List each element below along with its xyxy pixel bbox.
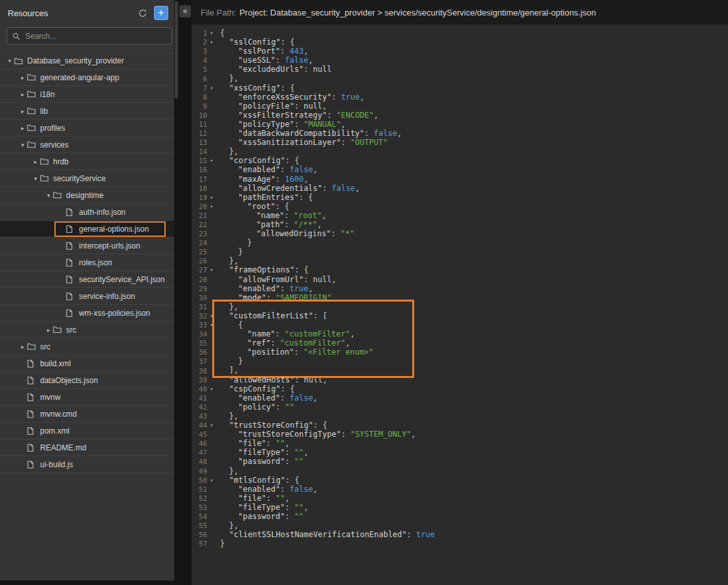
code-line-2[interactable]: "sslConfig": { bbox=[216, 38, 728, 47]
tree-item-roles-json[interactable]: roles.json bbox=[0, 254, 174, 271]
code-line-38[interactable]: ], bbox=[216, 366, 728, 375]
code-line-28[interactable]: "allowFromUrl": null, bbox=[216, 275, 728, 284]
code-line-39[interactable]: "allowedHosts": null, bbox=[216, 375, 728, 384]
tree-item-securityservice-api-json[interactable]: securityService_API.json bbox=[0, 271, 174, 288]
tree-item-database-security-provider[interactable]: ▾Database_security_provider bbox=[0, 52, 174, 69]
code-line-15[interactable]: "corsConfig": { bbox=[216, 156, 728, 165]
code-line-52[interactable]: "file": "", bbox=[216, 494, 728, 503]
chevron-down-icon[interactable]: ▾ bbox=[18, 142, 27, 148]
code-line-4[interactable]: "useSSL": false, bbox=[216, 56, 728, 65]
tree-item-pom-xml[interactable]: pom.xml bbox=[0, 423, 174, 439]
code-line-54[interactable]: "password": "" bbox=[216, 512, 728, 521]
fold-toggle-icon[interactable]: ▾ bbox=[207, 30, 216, 36]
tree-item-ui-build-js[interactable]: ui-build.js bbox=[0, 456, 174, 473]
code-line-47[interactable]: "fileType": "", bbox=[216, 448, 728, 457]
tree-item-mvnw[interactable]: mvnw bbox=[0, 389, 174, 406]
code-line-49[interactable]: }, bbox=[216, 467, 728, 476]
code-line-5[interactable]: "excludedUrls": null bbox=[216, 65, 728, 74]
tree-item-src[interactable]: ▸src bbox=[0, 322, 174, 338]
chevron-right-icon[interactable]: ▸ bbox=[31, 159, 40, 165]
code-line-48[interactable]: "password": "" bbox=[216, 457, 728, 466]
code-line-23[interactable]: "allowedOrigins": "*" bbox=[216, 229, 728, 238]
tree-item-i18n[interactable]: ▸i18n bbox=[0, 86, 174, 103]
scrollbar-thumb[interactable] bbox=[175, 1, 178, 98]
code-line-21[interactable]: "name": "root", bbox=[216, 211, 728, 220]
code-line-7[interactable]: "xssConfig": { bbox=[216, 83, 728, 93]
code-line-36[interactable]: "position": "<Filter enum>" bbox=[216, 348, 728, 357]
code-line-40[interactable]: "cspConfig": { bbox=[216, 384, 728, 393]
tree-item-profiles[interactable]: ▸profiles bbox=[0, 120, 174, 137]
code-line-43[interactable]: }, bbox=[216, 412, 728, 421]
tree-item-general-options-json[interactable]: general-options.json bbox=[0, 221, 174, 237]
code-line-13[interactable]: "xssSanitizationLayer": "OUTPUT" bbox=[216, 138, 728, 147]
chevron-down-icon[interactable]: ▾ bbox=[44, 192, 53, 199]
fold-toggle-icon[interactable]: ▾ bbox=[207, 194, 216, 201]
tree-item-mvnw-cmd[interactable]: mvnw.cmd bbox=[0, 406, 174, 423]
code-line-31[interactable]: }, bbox=[216, 302, 728, 311]
code-line-53[interactable]: "fileType": "", bbox=[216, 503, 728, 512]
fold-toggle-icon[interactable]: ▾ bbox=[207, 85, 216, 91]
code-line-1[interactable]: { bbox=[216, 28, 728, 38]
code-line-41[interactable]: "enabled": false, bbox=[216, 393, 728, 403]
code-line-42[interactable]: "policy": "" bbox=[216, 403, 728, 412]
fold-toggle-icon[interactable]: ▾ bbox=[207, 386, 216, 392]
tree-scrollbar-horizontal[interactable] bbox=[0, 580, 174, 585]
code-lines[interactable]: {"sslConfig": {"sslPort": 443,"useSSL": … bbox=[216, 25, 728, 585]
code-line-50[interactable]: "mtlsConfig": { bbox=[216, 476, 728, 485]
tree-item-readme-md[interactable]: README.md bbox=[0, 439, 174, 456]
tree-item-designtime[interactable]: ▾designtime bbox=[0, 187, 174, 204]
tree-item-securityservice[interactable]: ▾securityService bbox=[0, 170, 174, 187]
code-line-20[interactable]: "root": { bbox=[216, 202, 728, 211]
chevron-down-icon[interactable]: ▾ bbox=[5, 58, 14, 64]
code-line-32[interactable]: "customFilterList": [ bbox=[216, 311, 728, 320]
tree-item-intercept-urls-json[interactable]: intercept-urls.json bbox=[0, 237, 174, 254]
code-line-12[interactable]: "dataBackwardCompatibility": false, bbox=[216, 129, 728, 138]
tree-item-build-xml[interactable]: build.xml bbox=[0, 355, 174, 372]
tree-item-src[interactable]: ▸src bbox=[0, 338, 174, 355]
tree-item-auth-info-json[interactable]: auth-info.json bbox=[0, 204, 174, 221]
code-line-8[interactable]: "enforceXssSecurity": true, bbox=[216, 93, 728, 102]
code-line-35[interactable]: "ref": "customFilter", bbox=[216, 338, 728, 348]
refresh-icon[interactable] bbox=[137, 7, 148, 19]
code-line-18[interactable]: "allowCredentials": false, bbox=[216, 184, 728, 193]
fold-toggle-icon[interactable]: ▾ bbox=[207, 477, 216, 483]
fold-toggle-icon[interactable]: ▾ bbox=[207, 322, 216, 328]
tree-item-wm-xss-policies-json[interactable]: wm-xss-policies.json bbox=[0, 305, 174, 322]
code-line-19[interactable]: "pathEntries": { bbox=[216, 193, 728, 202]
code-line-17[interactable]: "maxAge": 1600, bbox=[216, 175, 728, 184]
tree-item-lib[interactable]: ▸lib bbox=[0, 103, 174, 120]
chevron-right-icon[interactable]: ▸ bbox=[18, 344, 27, 350]
fold-toggle-icon[interactable]: ▾ bbox=[207, 313, 216, 319]
code-line-25[interactable]: } bbox=[216, 247, 728, 256]
code-line-34[interactable]: "name": "customFilter", bbox=[216, 329, 728, 338]
chevron-right-icon[interactable]: ▸ bbox=[18, 74, 27, 81]
code-line-22[interactable]: "path": "/**", bbox=[216, 220, 728, 229]
chevron-right-icon[interactable]: ▸ bbox=[44, 327, 53, 333]
fold-toggle-icon[interactable]: ▾ bbox=[207, 203, 216, 210]
code-line-37[interactable]: } bbox=[216, 357, 728, 366]
code-line-55[interactable]: }, bbox=[216, 521, 728, 530]
code-line-44[interactable]: "trustStoreConfig": { bbox=[216, 421, 728, 430]
collapse-panel-button[interactable]: « bbox=[179, 5, 191, 17]
chevron-down-icon[interactable]: ▾ bbox=[31, 175, 40, 182]
code-line-6[interactable]: }, bbox=[216, 74, 728, 83]
code-line-14[interactable]: }, bbox=[216, 147, 728, 156]
fold-toggle-icon[interactable]: ▾ bbox=[207, 267, 216, 273]
code-line-11[interactable]: "policyType": "MANUAL", bbox=[216, 120, 728, 129]
chevron-right-icon[interactable]: ▸ bbox=[18, 108, 27, 115]
fold-toggle-icon[interactable]: ▾ bbox=[207, 157, 216, 164]
tree-item-service-info-json[interactable]: service-info.json bbox=[0, 288, 174, 305]
tree-scrollbar-vertical[interactable] bbox=[174, 0, 179, 585]
add-resource-button[interactable]: + bbox=[154, 6, 168, 20]
code-line-30[interactable]: "mode": "SAMEORIGIN" bbox=[216, 293, 728, 302]
code-line-51[interactable]: "enabled": false, bbox=[216, 485, 728, 494]
code-line-9[interactable]: "policyFile": null, bbox=[216, 102, 728, 111]
chevron-right-icon[interactable]: ▸ bbox=[18, 91, 27, 98]
search-input[interactable] bbox=[24, 31, 166, 41]
tree-item-services[interactable]: ▾services bbox=[0, 137, 174, 153]
fold-toggle-icon[interactable]: ▾ bbox=[207, 39, 216, 45]
code-line-56[interactable]: "clientSSLHostNameVerificationEnabled": … bbox=[216, 530, 728, 539]
code-line-33[interactable]: { bbox=[216, 320, 728, 329]
code-line-3[interactable]: "sslPort": 443, bbox=[216, 47, 728, 56]
code-line-46[interactable]: "file": "", bbox=[216, 439, 728, 448]
